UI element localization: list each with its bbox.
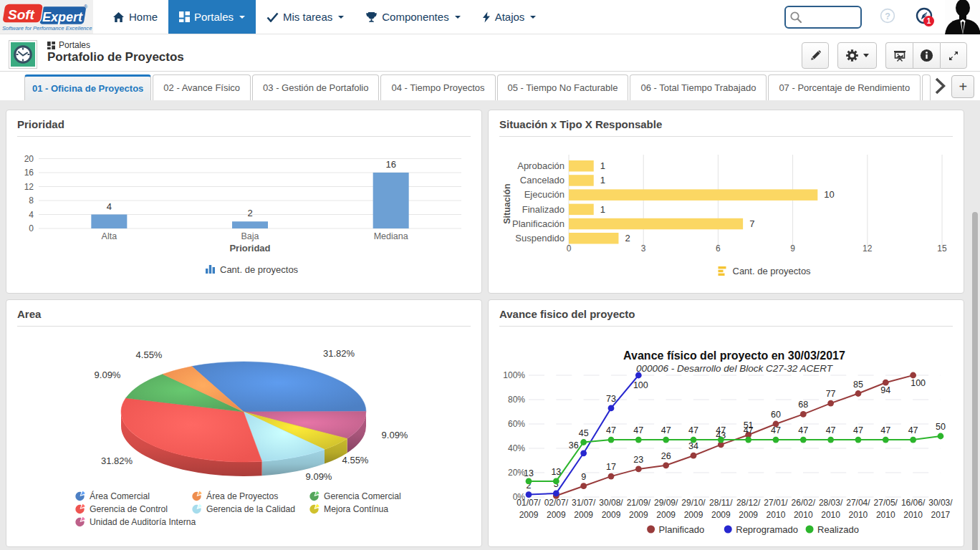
presentation-button[interactable] bbox=[885, 42, 913, 69]
legend-item-Realizado[interactable]: Realizado bbox=[806, 524, 859, 535]
data-point-Realizado-31/07/2009[interactable] bbox=[580, 439, 587, 445]
caret-down-icon bbox=[239, 16, 245, 19]
breadcrumb[interactable]: Portales bbox=[47, 41, 184, 50]
logo-tagline: Software for Performance Excellence bbox=[2, 25, 90, 32]
tab-6[interactable]: 06 - Total Tiempo Trabajado bbox=[630, 74, 767, 100]
svg-text:28/03/: 28/03/ bbox=[819, 498, 843, 508]
bar-Cancelado[interactable] bbox=[569, 175, 594, 186]
nav-item-portales[interactable]: Portales bbox=[168, 0, 256, 34]
data-point-Realizado-28/03/2010[interactable] bbox=[827, 437, 834, 443]
data-point-Reprogramado-02/07/2009[interactable] bbox=[553, 491, 559, 497]
data-point-Planificado-26/02/2010[interactable] bbox=[800, 411, 807, 418]
chart-legend[interactable]: Cant. de proyectos bbox=[719, 266, 812, 276]
nav-item-componentes[interactable]: Componentes bbox=[355, 0, 471, 34]
tab-7[interactable]: 07 - Porcentaje de Rendimiento bbox=[768, 74, 921, 100]
tab-3[interactable]: 03 - Gestión de Portafolio bbox=[252, 74, 379, 100]
bar-Ejecución[interactable] bbox=[569, 189, 817, 201]
svg-text:Cancelado: Cancelado bbox=[520, 175, 565, 185]
data-point-Planificado-29/10/2009[interactable] bbox=[691, 453, 697, 459]
data-point-Realizado-29/10/2009[interactable] bbox=[691, 437, 697, 443]
data-point-Planificado-31/07/2009[interactable] bbox=[580, 483, 587, 489]
panel-body: 03691215Aprobación1Cancelado1Ejecución10… bbox=[489, 137, 964, 294]
data-point-Realizado-28/12/2009[interactable] bbox=[745, 437, 751, 443]
pencil-icon bbox=[810, 49, 822, 62]
bar-Finalizado[interactable] bbox=[569, 204, 594, 216]
svg-text:000006 - Desarrollo del Block: 000006 - Desarrollo del Block C27-32 ACE… bbox=[636, 363, 834, 374]
data-point-Reprogramado-01/07/2009[interactable] bbox=[526, 491, 532, 498]
time-control-icon[interactable]: 1 bbox=[916, 7, 933, 27]
data-point-Realizado-28/11/2009[interactable] bbox=[718, 437, 724, 443]
bar-Aprobación[interactable] bbox=[569, 160, 594, 172]
svg-text:15: 15 bbox=[937, 243, 947, 254]
data-point-Realizado-30/08/2009[interactable] bbox=[608, 437, 615, 443]
legend-item-Gerencia de Control[interactable]: Gerencia de Control bbox=[75, 504, 168, 514]
data-point-Realizado-30/03/2017[interactable] bbox=[938, 433, 944, 440]
fullscreen-button[interactable] bbox=[940, 42, 967, 69]
data-point-Realizado-27/04/2010[interactable] bbox=[855, 437, 862, 443]
help-icon[interactable]: ? bbox=[880, 8, 895, 26]
svg-text:2009: 2009 bbox=[711, 510, 731, 520]
settings-button[interactable] bbox=[837, 42, 877, 69]
tab-8-partial[interactable] bbox=[922, 74, 931, 100]
data-point-Reprogramado-30/08/2009[interactable] bbox=[608, 405, 615, 412]
vertical-scrollbar[interactable] bbox=[972, 212, 978, 550]
bar-Mediana[interactable] bbox=[373, 173, 409, 228]
data-point-Planificado-21/09/2009[interactable] bbox=[635, 466, 642, 473]
panel-3: Area31.82%9.09%4.55%9.09%31.82%9.09%4.55… bbox=[6, 299, 482, 547]
svg-text:29/09/: 29/09/ bbox=[654, 498, 678, 508]
legend-item-Gerencia Comercial[interactable]: Gerencia Comercial bbox=[309, 491, 400, 501]
svg-text:9.09%: 9.09% bbox=[95, 370, 121, 380]
data-point-Planificado-30/08/2009[interactable] bbox=[608, 473, 615, 480]
portal-header: Portales Portafolio de Proyectos bbox=[0, 34, 980, 72]
bar-Planificación[interactable] bbox=[569, 218, 743, 230]
tab-1[interactable]: 01 - Oficina de Proyectos bbox=[24, 74, 151, 100]
legend-item-Mejora Contínua[interactable]: Mejora Contínua bbox=[309, 504, 388, 514]
data-point-Planificado-28/03/2010[interactable] bbox=[827, 400, 834, 407]
user-avatar[interactable] bbox=[945, 0, 980, 34]
data-point-Planificado-29/09/2009[interactable] bbox=[663, 462, 669, 468]
svg-text:16: 16 bbox=[385, 159, 395, 170]
data-point-Reprogramado-21/09/2009[interactable] bbox=[635, 372, 642, 379]
legend-item-Unidad de Auditoría Interna[interactable]: Unidad de Auditoría Interna bbox=[75, 517, 196, 527]
data-point-Realizado-26/02/2010[interactable] bbox=[800, 437, 807, 443]
data-point-Realizado-02/07/2009[interactable] bbox=[553, 478, 559, 485]
data-point-Reprogramado-31/07/2009[interactable] bbox=[580, 450, 587, 456]
info-button[interactable] bbox=[913, 42, 940, 69]
data-point-Realizado-27/05/2010[interactable] bbox=[883, 437, 889, 443]
nav-item-home[interactable]: Home bbox=[102, 0, 168, 34]
svg-text:Planificado: Planificado bbox=[659, 524, 705, 535]
data-point-Realizado-16/06/2010[interactable] bbox=[910, 437, 916, 443]
nav-item-mis-tareas[interactable]: Mis tareas bbox=[256, 0, 355, 34]
tab-5[interactable]: 05 - Tiempo No Facturable bbox=[497, 74, 629, 100]
data-point-Realizado-21/09/2009[interactable] bbox=[635, 437, 642, 443]
data-point-Realizado-01/07/2009[interactable] bbox=[526, 478, 532, 485]
bar-Baja[interactable] bbox=[232, 221, 268, 228]
legend-item-Planificado[interactable]: Planificado bbox=[647, 524, 704, 535]
nav-item-label: Mis tareas bbox=[283, 11, 332, 23]
data-point-Realizado-27/01/2010[interactable] bbox=[773, 437, 779, 443]
tab-next-icon[interactable] bbox=[932, 77, 948, 97]
svg-text:2009: 2009 bbox=[602, 510, 621, 520]
svg-text:21/09/: 21/09/ bbox=[627, 498, 651, 508]
caret-down-icon bbox=[455, 16, 461, 19]
legend-item-Área de Proyectos[interactable]: Área de Proyectos bbox=[192, 491, 278, 501]
add-tab-button[interactable]: + bbox=[951, 75, 974, 98]
chart-legend[interactable]: Cant. de proyectos bbox=[206, 264, 299, 275]
bar-Suspendido[interactable] bbox=[569, 233, 618, 244]
nav-item-atajos[interactable]: Atajos bbox=[471, 0, 547, 34]
svg-text:2017: 2017 bbox=[931, 510, 951, 520]
edit-button[interactable] bbox=[802, 42, 829, 69]
svg-text:Ejecución: Ejecución bbox=[524, 189, 565, 200]
legend-item-Gerencia de la Calidad[interactable]: Gerencia de la Calidad bbox=[192, 504, 295, 514]
tab-4[interactable]: 04 - Tiempo Proyectos bbox=[380, 74, 495, 100]
data-point-Planificado-27/04/2010[interactable] bbox=[855, 390, 862, 397]
legend-item-Reprogramado[interactable]: Reprogramado bbox=[724, 524, 798, 535]
legend-item-Área Comercial[interactable]: Área Comercial bbox=[75, 491, 150, 501]
data-point-Realizado-29/09/2009[interactable] bbox=[663, 437, 669, 443]
panel-title: Avance fisico del proyecto bbox=[489, 300, 964, 326]
svg-text:45: 45 bbox=[579, 428, 589, 438]
tab-2[interactable]: 02 - Avance Físico bbox=[153, 74, 251, 100]
softexpert-logo[interactable]: Soft Expert ® Software for Performance E… bbox=[0, 0, 93, 34]
bar-Alta[interactable] bbox=[91, 215, 127, 229]
svg-text:Suspendido: Suspendido bbox=[515, 233, 565, 243]
